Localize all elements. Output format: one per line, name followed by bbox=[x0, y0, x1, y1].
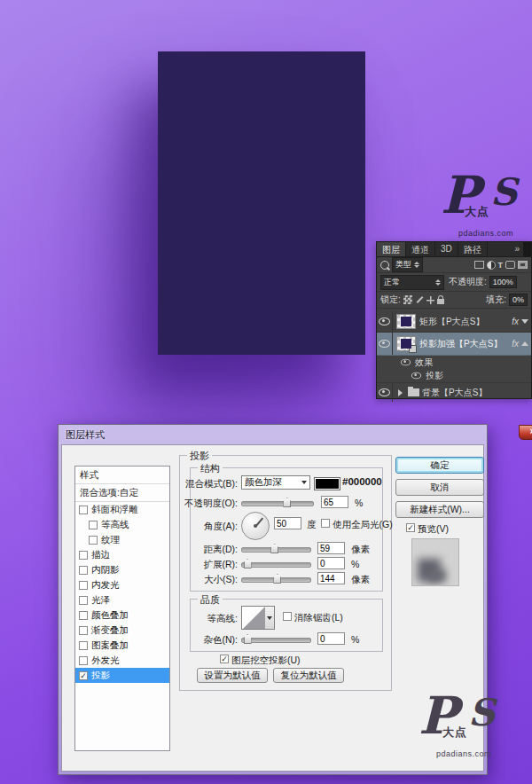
layer-thumbnail[interactable] bbox=[396, 336, 416, 351]
layer-name[interactable]: 矩形【P大点S】 bbox=[419, 316, 509, 328]
checkbox[interactable] bbox=[79, 656, 88, 665]
checkbox[interactable] bbox=[79, 506, 88, 514]
angle-dial[interactable] bbox=[241, 512, 270, 540]
checkbox[interactable] bbox=[79, 641, 88, 650]
close-icon[interactable]: × bbox=[519, 425, 532, 440]
drop-shadow-label[interactable]: 投影 bbox=[426, 370, 531, 382]
group-expand-icon[interactable] bbox=[398, 389, 403, 396]
style-item-inner-shadow[interactable]: 内阴影 bbox=[75, 562, 169, 577]
filter-type-dropdown[interactable]: 类型 bbox=[392, 257, 423, 272]
shadow-color-hex: #000000 bbox=[342, 476, 382, 487]
distance-slider[interactable] bbox=[241, 547, 311, 553]
blend-mode-select[interactable]: 颜色加深 bbox=[241, 475, 310, 490]
checkbox[interactable] bbox=[79, 611, 88, 620]
effects-label[interactable]: 效果 bbox=[415, 357, 531, 369]
checkbox[interactable] bbox=[79, 581, 88, 590]
global-light-checkbox[interactable] bbox=[321, 519, 330, 528]
opacity-input[interactable] bbox=[321, 496, 348, 508]
fill-label: 填充: bbox=[486, 294, 506, 306]
noise-input[interactable] bbox=[317, 632, 345, 645]
visibility-eye-icon[interactable] bbox=[401, 359, 411, 366]
layer-row-background-group[interactable]: 背景【P大点S】 bbox=[377, 383, 531, 402]
tab-layers[interactable]: 图层 bbox=[377, 242, 406, 256]
collapse-effects-icon[interactable] bbox=[521, 341, 528, 346]
new-style-button[interactable]: 新建样式(W)... bbox=[395, 501, 484, 518]
blend-mode-dropdown[interactable]: 正常 bbox=[380, 275, 444, 290]
filter-adjustment-icon[interactable] bbox=[487, 261, 496, 270]
blending-options-item[interactable]: 混合选项:自定 bbox=[75, 484, 169, 502]
style-item-outer-glow[interactable]: 外发光 bbox=[75, 653, 169, 668]
style-item-pattern-overlay[interactable]: 图案叠加 bbox=[75, 638, 169, 653]
reset-default-button[interactable]: 复位为默认值 bbox=[273, 668, 344, 683]
brand-watermark-top: P 大点 S pdadians.com bbox=[441, 170, 532, 243]
lock-pixels-icon[interactable] bbox=[415, 295, 424, 304]
brand-cn: 大点 bbox=[442, 725, 467, 741]
filter-shape-icon[interactable] bbox=[505, 261, 515, 269]
filter-smartobject-icon[interactable] bbox=[518, 261, 528, 269]
lock-transparency-icon[interactable] bbox=[403, 295, 412, 304]
set-default-button[interactable]: 设置为默认值 bbox=[197, 668, 268, 683]
drop-shadow-row[interactable]: 投影 bbox=[377, 369, 531, 383]
opacity-value[interactable]: 100% bbox=[489, 276, 517, 288]
style-item-bevel[interactable]: 斜面和浮雕 bbox=[75, 502, 169, 517]
fx-badge[interactable]: fx bbox=[509, 339, 521, 349]
checkbox[interactable] bbox=[79, 566, 88, 575]
tab-channels[interactable]: 通道 bbox=[406, 242, 435, 256]
layer-row-rect[interactable]: 矩形【P大点S】 fx bbox=[377, 311, 531, 333]
tab-paths[interactable]: 路径 bbox=[458, 242, 488, 256]
style-item-color-overlay[interactable]: 颜色叠加 bbox=[75, 608, 169, 623]
filter-pixel-icon[interactable] bbox=[474, 261, 484, 269]
panel-menu-icon[interactable]: » bbox=[512, 242, 523, 256]
visibility-eye-icon[interactable] bbox=[379, 388, 390, 396]
checkbox[interactable] bbox=[89, 521, 98, 529]
checkbox-checked[interactable]: ✓ bbox=[79, 671, 88, 680]
lock-all-icon[interactable] bbox=[437, 299, 444, 304]
spread-slider[interactable] bbox=[241, 562, 311, 568]
noise-unit: % bbox=[351, 634, 359, 645]
tab-3d[interactable]: 3D bbox=[435, 242, 458, 256]
visibility-eye-icon[interactable] bbox=[379, 340, 390, 348]
checkbox[interactable] bbox=[79, 626, 88, 635]
spread-input[interactable] bbox=[317, 557, 345, 569]
canvas: P 大点 S pdadians.com 图层 通道 3D 路径 » 类型 T bbox=[0, 0, 532, 784]
fill-value[interactable]: 0% bbox=[509, 294, 528, 306]
checkbox[interactable] bbox=[89, 536, 98, 545]
layer-thumbnail[interactable] bbox=[396, 314, 416, 329]
style-item-texture[interactable]: 纹理 bbox=[75, 532, 169, 547]
collapse-effects-icon[interactable] bbox=[521, 319, 528, 324]
style-item-contour[interactable]: 等高线 bbox=[75, 517, 169, 532]
antialias-checkbox[interactable] bbox=[283, 612, 292, 621]
effects-row[interactable]: 效果 bbox=[377, 356, 531, 369]
checkbox[interactable] bbox=[79, 551, 88, 560]
lock-position-icon[interactable] bbox=[426, 296, 434, 304]
opacity-unit: % bbox=[355, 498, 363, 508]
filter-type-icon[interactable]: T bbox=[498, 261, 504, 270]
contour-thumbnail[interactable] bbox=[241, 606, 267, 630]
layer-name[interactable]: 投影加强【P大点S】 bbox=[419, 338, 509, 350]
size-input[interactable] bbox=[317, 572, 345, 584]
style-item-stroke[interactable]: 描边 bbox=[75, 547, 169, 562]
layer-name[interactable]: 背景【P大点S】 bbox=[422, 387, 531, 399]
fx-badge[interactable]: fx bbox=[509, 317, 521, 326]
cancel-button[interactable]: 取消 bbox=[395, 479, 484, 496]
checkbox[interactable] bbox=[79, 596, 88, 605]
contour-dropdown[interactable] bbox=[265, 606, 275, 630]
poster-rectangle bbox=[158, 51, 365, 355]
opacity-label: 不透明度(O): bbox=[172, 498, 238, 510]
style-item-inner-glow[interactable]: 内发光 bbox=[75, 577, 169, 592]
distance-input[interactable] bbox=[317, 542, 345, 554]
opacity-slider[interactable] bbox=[241, 501, 314, 506]
visibility-eye-icon[interactable] bbox=[379, 318, 390, 325]
layer-row-shadow-boost[interactable]: 投影加强【P大点S】 fx bbox=[377, 333, 531, 356]
style-item-gradient-overlay[interactable]: 渐变叠加 bbox=[75, 623, 169, 638]
angle-input[interactable] bbox=[274, 517, 301, 529]
knockout-checkbox[interactable]: ✓ bbox=[220, 655, 229, 663]
size-slider[interactable] bbox=[241, 577, 311, 583]
visibility-eye-icon[interactable] bbox=[411, 372, 421, 380]
noise-slider[interactable] bbox=[241, 638, 311, 643]
style-item-drop-shadow[interactable]: ✓投影 bbox=[75, 668, 169, 683]
preview-checkbox[interactable]: ✓ bbox=[406, 523, 415, 532]
style-item-satin[interactable]: 光泽 bbox=[75, 592, 169, 608]
ok-button[interactable]: 确定 bbox=[395, 457, 484, 474]
shadow-color-swatch[interactable] bbox=[314, 477, 340, 490]
